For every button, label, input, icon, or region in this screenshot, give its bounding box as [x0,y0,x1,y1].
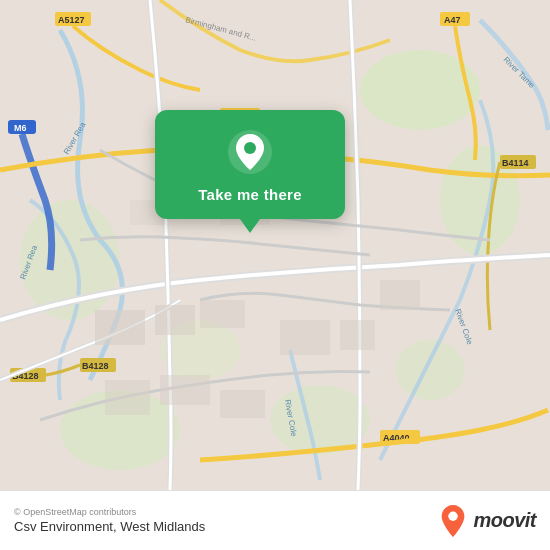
moovit-logo: moovit [439,504,536,538]
svg-rect-33 [380,280,420,310]
svg-text:B4114: B4114 [502,158,529,168]
svg-rect-34 [280,320,330,355]
svg-rect-31 [155,305,195,335]
svg-text:A47: A47 [444,15,461,25]
svg-point-6 [395,340,465,400]
svg-point-44 [449,511,458,520]
svg-rect-40 [160,375,210,405]
popup-label: Take me there [198,186,302,203]
bottom-bar: © OpenStreetMap contributors Csv Environ… [0,490,550,550]
map-attribution: © OpenStreetMap contributors [14,507,205,517]
svg-rect-30 [95,310,145,345]
moovit-brand-text: moovit [473,509,536,532]
bottom-left-info: © OpenStreetMap contributors Csv Environ… [14,507,205,534]
location-label: Csv Environment, West Midlands [14,519,205,534]
svg-rect-32 [200,300,245,328]
location-popup[interactable]: Take me there [155,110,345,219]
moovit-pin-icon [439,504,467,538]
map-pin-icon [226,128,274,176]
svg-rect-41 [220,390,265,418]
svg-rect-39 [105,380,150,415]
svg-rect-35 [340,320,375,350]
svg-text:B4128: B4128 [82,361,109,371]
svg-point-43 [244,142,256,154]
svg-text:A5127: A5127 [58,15,85,25]
map-container: River Rea River Rea River Cole River Col… [0,0,550,490]
svg-text:M6: M6 [14,123,27,133]
